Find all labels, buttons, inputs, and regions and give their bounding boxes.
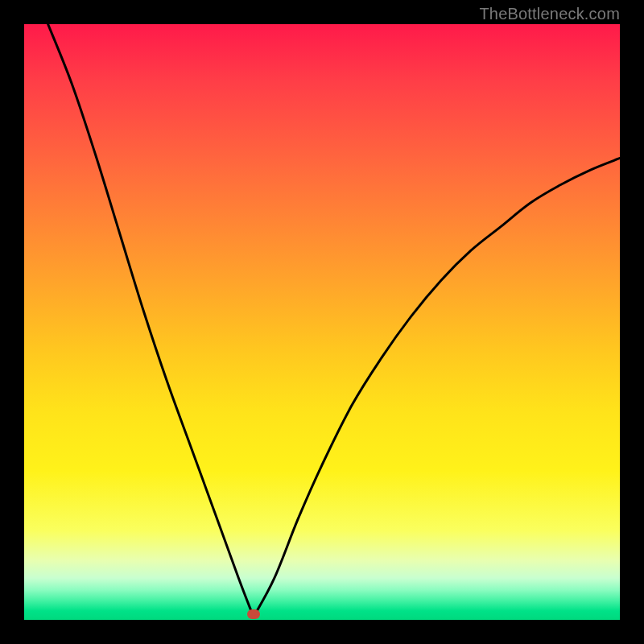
chart-frame: TheBottleneck.com	[0, 0, 644, 644]
optimal-point-marker	[247, 609, 260, 619]
plot-area	[24, 24, 620, 620]
watermark-text: TheBottleneck.com	[479, 5, 620, 23]
curve-right-branch	[254, 159, 620, 617]
curve-left-branch	[48, 24, 254, 617]
curve-layer	[24, 24, 620, 620]
